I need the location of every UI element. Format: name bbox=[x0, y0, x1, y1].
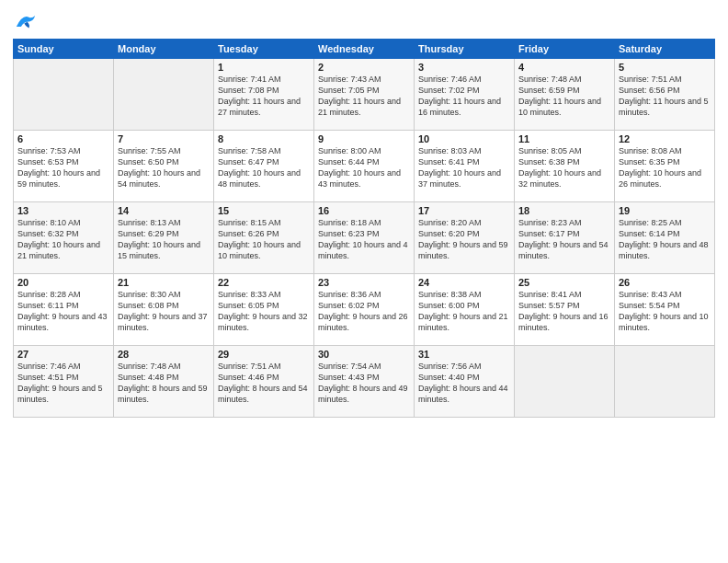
weekday-header: Friday bbox=[515, 40, 615, 59]
calendar-cell: 26Sunrise: 8:43 AMSunset: 5:54 PMDayligh… bbox=[615, 274, 715, 346]
calendar-cell: 7Sunrise: 7:55 AMSunset: 6:50 PMDaylight… bbox=[114, 131, 214, 202]
day-number: 13 bbox=[17, 205, 109, 216]
calendar-cell: 31Sunrise: 7:56 AMSunset: 4:40 PMDayligh… bbox=[415, 346, 515, 418]
weekday-header-row: SundayMondayTuesdayWednesdayThursdayFrid… bbox=[14, 40, 715, 59]
day-detail: Sunrise: 7:46 AMSunset: 7:02 PMDaylight:… bbox=[418, 75, 501, 117]
calendar-week-row: 27Sunrise: 7:46 AMSunset: 4:51 PMDayligh… bbox=[14, 346, 715, 418]
calendar-week-row: 1Sunrise: 7:41 AMSunset: 7:08 PMDaylight… bbox=[14, 59, 715, 131]
calendar-cell bbox=[515, 346, 615, 418]
calendar-cell: 11Sunrise: 8:05 AMSunset: 6:38 PMDayligh… bbox=[515, 131, 615, 202]
day-number: 30 bbox=[318, 349, 410, 360]
day-number: 11 bbox=[518, 133, 610, 144]
calendar-cell: 15Sunrise: 8:15 AMSunset: 6:26 PMDayligh… bbox=[214, 202, 314, 274]
day-detail: Sunrise: 7:53 AMSunset: 6:53 PMDaylight:… bbox=[17, 146, 100, 189]
day-number: 29 bbox=[218, 349, 310, 360]
day-detail: Sunrise: 7:56 AMSunset: 4:40 PMDaylight:… bbox=[418, 362, 508, 404]
day-number: 9 bbox=[318, 133, 410, 144]
day-detail: Sunrise: 7:55 AMSunset: 6:50 PMDaylight:… bbox=[118, 146, 200, 189]
day-number: 28 bbox=[118, 349, 210, 360]
day-detail: Sunrise: 8:25 AMSunset: 6:14 PMDaylight:… bbox=[619, 218, 709, 260]
calendar-cell: 3Sunrise: 7:46 AMSunset: 7:02 PMDaylight… bbox=[415, 59, 515, 131]
day-detail: Sunrise: 8:20 AMSunset: 6:20 PMDaylight:… bbox=[418, 218, 508, 260]
calendar-cell: 21Sunrise: 8:30 AMSunset: 6:08 PMDayligh… bbox=[114, 274, 214, 346]
calendar-week-row: 13Sunrise: 8:10 AMSunset: 6:32 PMDayligh… bbox=[14, 202, 715, 274]
day-detail: Sunrise: 8:43 AMSunset: 5:54 PMDaylight:… bbox=[619, 290, 709, 332]
day-detail: Sunrise: 7:48 AMSunset: 6:59 PMDaylight:… bbox=[518, 75, 601, 117]
day-number: 12 bbox=[619, 133, 711, 144]
calendar-cell: 20Sunrise: 8:28 AMSunset: 6:11 PMDayligh… bbox=[14, 274, 114, 346]
day-number: 26 bbox=[619, 277, 711, 288]
day-detail: Sunrise: 8:23 AMSunset: 6:17 PMDaylight:… bbox=[518, 218, 609, 260]
calendar-cell: 28Sunrise: 7:48 AMSunset: 4:48 PMDayligh… bbox=[114, 346, 214, 418]
day-detail: Sunrise: 7:41 AMSunset: 7:08 PMDaylight:… bbox=[218, 75, 301, 117]
calendar-cell: 27Sunrise: 7:46 AMSunset: 4:51 PMDayligh… bbox=[14, 346, 114, 418]
weekday-header: Sunday bbox=[14, 40, 114, 59]
day-number: 31 bbox=[418, 349, 510, 360]
day-number: 14 bbox=[118, 205, 210, 216]
day-number: 3 bbox=[418, 62, 510, 73]
day-number: 16 bbox=[318, 205, 410, 216]
day-number: 4 bbox=[518, 62, 610, 73]
day-detail: Sunrise: 8:28 AMSunset: 6:11 PMDaylight:… bbox=[17, 290, 108, 332]
calendar-cell: 18Sunrise: 8:23 AMSunset: 6:17 PMDayligh… bbox=[515, 202, 615, 274]
day-detail: Sunrise: 7:54 AMSunset: 4:43 PMDaylight:… bbox=[318, 362, 408, 404]
calendar-cell: 25Sunrise: 8:41 AMSunset: 5:57 PMDayligh… bbox=[515, 274, 615, 346]
calendar-cell: 16Sunrise: 8:18 AMSunset: 6:23 PMDayligh… bbox=[314, 202, 415, 274]
day-detail: Sunrise: 8:18 AMSunset: 6:23 PMDaylight:… bbox=[318, 218, 408, 260]
day-number: 7 bbox=[118, 133, 210, 144]
calendar-cell: 2Sunrise: 7:43 AMSunset: 7:05 PMDaylight… bbox=[314, 59, 415, 131]
day-detail: Sunrise: 8:10 AMSunset: 6:32 PMDaylight:… bbox=[17, 218, 100, 260]
day-number: 6 bbox=[17, 133, 109, 144]
day-number: 25 bbox=[518, 277, 610, 288]
day-detail: Sunrise: 7:58 AMSunset: 6:47 PMDaylight:… bbox=[218, 146, 301, 189]
calendar-cell: 9Sunrise: 8:00 AMSunset: 6:44 PMDaylight… bbox=[314, 131, 415, 202]
weekday-header: Monday bbox=[114, 40, 214, 59]
header bbox=[13, 11, 715, 31]
day-detail: Sunrise: 7:46 AMSunset: 4:51 PMDaylight:… bbox=[17, 362, 103, 404]
calendar-cell: 22Sunrise: 8:33 AMSunset: 6:05 PMDayligh… bbox=[214, 274, 314, 346]
day-detail: Sunrise: 8:08 AMSunset: 6:35 PMDaylight:… bbox=[619, 146, 701, 189]
day-number: 23 bbox=[318, 277, 410, 288]
day-number: 24 bbox=[418, 277, 510, 288]
calendar-cell: 17Sunrise: 8:20 AMSunset: 6:20 PMDayligh… bbox=[415, 202, 515, 274]
calendar-cell: 4Sunrise: 7:48 AMSunset: 6:59 PMDaylight… bbox=[515, 59, 615, 131]
calendar-cell: 6Sunrise: 7:53 AMSunset: 6:53 PMDaylight… bbox=[14, 131, 114, 202]
day-number: 1 bbox=[218, 62, 310, 73]
weekday-header: Thursday bbox=[415, 40, 515, 59]
day-detail: Sunrise: 7:51 AMSunset: 4:46 PMDaylight:… bbox=[218, 362, 308, 404]
day-detail: Sunrise: 7:51 AMSunset: 6:56 PMDaylight:… bbox=[619, 75, 709, 117]
logo bbox=[13, 11, 42, 31]
day-detail: Sunrise: 8:41 AMSunset: 5:57 PMDaylight:… bbox=[518, 290, 609, 332]
day-number: 27 bbox=[17, 349, 109, 360]
day-number: 22 bbox=[218, 277, 310, 288]
day-number: 15 bbox=[218, 205, 310, 216]
day-detail: Sunrise: 8:00 AMSunset: 6:44 PMDaylight:… bbox=[318, 146, 401, 189]
day-detail: Sunrise: 8:13 AMSunset: 6:29 PMDaylight:… bbox=[118, 218, 200, 260]
calendar-cell bbox=[114, 59, 214, 131]
calendar-cell: 24Sunrise: 8:38 AMSunset: 6:00 PMDayligh… bbox=[415, 274, 515, 346]
weekday-header: Wednesday bbox=[314, 40, 415, 59]
calendar-cell: 29Sunrise: 7:51 AMSunset: 4:46 PMDayligh… bbox=[214, 346, 314, 418]
day-detail: Sunrise: 8:38 AMSunset: 6:00 PMDaylight:… bbox=[418, 290, 508, 332]
calendar-cell: 30Sunrise: 7:54 AMSunset: 4:43 PMDayligh… bbox=[314, 346, 415, 418]
day-number: 2 bbox=[318, 62, 410, 73]
calendar-cell: 13Sunrise: 8:10 AMSunset: 6:32 PMDayligh… bbox=[14, 202, 114, 274]
day-number: 19 bbox=[619, 205, 711, 216]
weekday-header: Saturday bbox=[615, 40, 715, 59]
day-detail: Sunrise: 7:43 AMSunset: 7:05 PMDaylight:… bbox=[318, 75, 401, 117]
calendar-cell: 8Sunrise: 7:58 AMSunset: 6:47 PMDaylight… bbox=[214, 131, 314, 202]
calendar-week-row: 6Sunrise: 7:53 AMSunset: 6:53 PMDaylight… bbox=[14, 131, 715, 202]
calendar-cell: 10Sunrise: 8:03 AMSunset: 6:41 PMDayligh… bbox=[415, 131, 515, 202]
calendar-cell: 14Sunrise: 8:13 AMSunset: 6:29 PMDayligh… bbox=[114, 202, 214, 274]
day-number: 18 bbox=[518, 205, 610, 216]
calendar-cell: 23Sunrise: 8:36 AMSunset: 6:02 PMDayligh… bbox=[314, 274, 415, 346]
day-detail: Sunrise: 8:33 AMSunset: 6:05 PMDaylight:… bbox=[218, 290, 308, 332]
day-detail: Sunrise: 8:15 AMSunset: 6:26 PMDaylight:… bbox=[218, 218, 301, 260]
day-detail: Sunrise: 8:30 AMSunset: 6:08 PMDaylight:… bbox=[118, 290, 208, 332]
day-number: 8 bbox=[218, 133, 310, 144]
day-number: 21 bbox=[118, 277, 210, 288]
logo-icon bbox=[13, 11, 39, 31]
day-number: 17 bbox=[418, 205, 510, 216]
calendar-cell: 5Sunrise: 7:51 AMSunset: 6:56 PMDaylight… bbox=[615, 59, 715, 131]
calendar-cell: 1Sunrise: 7:41 AMSunset: 7:08 PMDaylight… bbox=[214, 59, 314, 131]
